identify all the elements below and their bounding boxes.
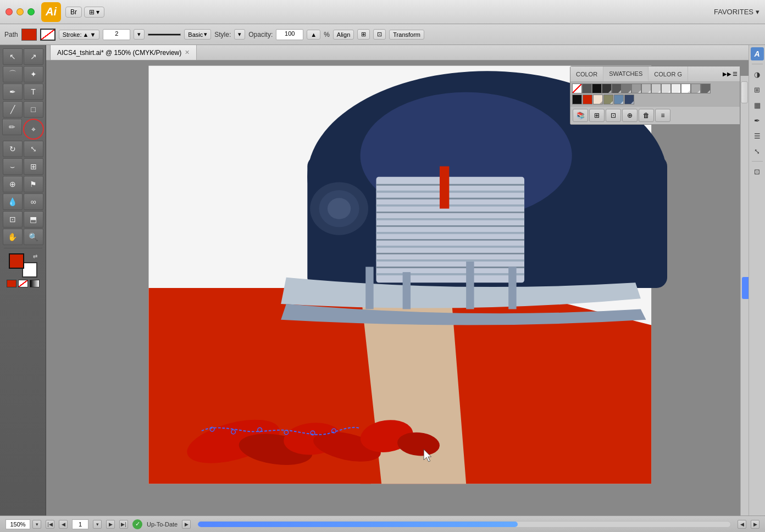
tab-close-btn[interactable]: ✕: [185, 49, 190, 56]
scroll-bar-horizontal[interactable]: [197, 521, 731, 528]
swatch-4[interactable]: [631, 84, 641, 93]
align-dist-btn[interactable]: ⊡: [373, 29, 386, 40]
close-button[interactable]: [5, 8, 13, 15]
artboard-tool-btn[interactable]: ⊡: [3, 211, 23, 228]
warp-tool-btn[interactable]: ⌣: [3, 158, 23, 175]
rs-color-wheel-btn[interactable]: ◑: [751, 68, 764, 81]
nav-next[interactable]: ▶: [106, 520, 115, 529]
rotate-tool-btn[interactable]: ↻: [3, 141, 23, 157]
more-btn[interactable]: ≡: [655, 109, 670, 122]
canvas-area[interactable]: AICS4_tshirt.ai* @ 150% (CMYK/Preview) ✕: [46, 45, 749, 516]
swatch-red[interactable]: [583, 95, 592, 104]
stroke-down-arrow[interactable]: ▼: [90, 31, 96, 38]
stroke-menu-btn[interactable]: ▾: [134, 29, 145, 40]
page-dropdown-btn[interactable]: ▾: [93, 520, 102, 529]
swatch-black[interactable]: [592, 84, 602, 93]
magic-wand-tool-btn[interactable]: ✦: [24, 66, 43, 82]
rs-layers-btn[interactable]: ⊡: [751, 165, 764, 178]
nav-next-end[interactable]: ▶|: [119, 520, 128, 529]
opacity-up-btn[interactable]: ▲: [307, 30, 320, 40]
bridge-button[interactable]: Br: [65, 7, 82, 18]
transform-btn[interactable]: Transform: [389, 30, 424, 40]
minimize-button[interactable]: [16, 8, 24, 15]
text-tool-btn[interactable]: T: [24, 84, 43, 100]
color-tab[interactable]: COLOR: [570, 66, 603, 81]
background-color-box[interactable]: [22, 262, 37, 278]
rs-transform-btn[interactable]: ⤡: [751, 145, 764, 158]
swatch-peach[interactable]: [593, 95, 603, 104]
solid-color-icon[interactable]: [7, 280, 16, 287]
stroke-up-arrow[interactable]: ▲: [83, 31, 89, 38]
rs-stroke-btn[interactable]: ✒: [751, 114, 764, 127]
rs-align-btn[interactable]: ☰: [751, 129, 764, 142]
swatch-9[interactable]: [691, 84, 701, 93]
swatch-6[interactable]: [651, 84, 661, 93]
none-color-icon[interactable]: [18, 280, 28, 287]
align-icon-btn[interactable]: ⊞: [357, 29, 370, 40]
swatch-5[interactable]: [641, 84, 651, 93]
basic-btn[interactable]: Basic ▾: [184, 29, 211, 40]
swatches-tab[interactable]: SWATCHES: [603, 66, 648, 81]
swatch-darkblue[interactable]: [624, 95, 634, 104]
scroll-left-btn[interactable]: ◀: [738, 520, 746, 529]
scrollbar-thumb[interactable]: [741, 81, 748, 103]
align-btn[interactable]: Align: [333, 30, 354, 40]
opacity-input[interactable]: 100: [276, 29, 303, 40]
swatch-2[interactable]: [612, 84, 622, 93]
foreground-color-box[interactable]: [9, 253, 24, 269]
direct-select-tool-btn[interactable]: ↗: [24, 48, 43, 65]
swatch-none[interactable]: [572, 84, 582, 93]
zoom-input[interactable]: [5, 519, 30, 529]
page-number-input[interactable]: [72, 519, 88, 529]
panel-expand-icon[interactable]: ▶▶: [723, 71, 731, 77]
scale-tool-btn[interactable]: ⤡: [24, 141, 43, 157]
zoom-tool-btn[interactable]: 🔍: [24, 229, 43, 245]
swatch-steel[interactable]: [614, 95, 624, 104]
line-tool-btn[interactable]: ╱: [3, 101, 23, 118]
pencil-tool-btn[interactable]: ✏: [2, 119, 22, 135]
swatch-registration[interactable]: [582, 84, 592, 93]
stroke-value-input[interactable]: 2: [103, 29, 130, 40]
panel-menu-icon[interactable]: ☰: [733, 71, 738, 77]
swatch-8[interactable]: [671, 84, 681, 93]
scroll-right-btn[interactable]: ▶: [751, 520, 760, 529]
style-dropdown-btn[interactable]: ▾: [234, 29, 245, 40]
swatch-7[interactable]: [661, 84, 671, 93]
swatch-olive[interactable]: [603, 95, 613, 104]
swatch-3[interactable]: [622, 84, 631, 93]
canvas-content[interactable]: COLOR SWATCHES COLOR G ▶▶ ☰: [46, 60, 749, 516]
new-swatch-btn[interactable]: ⊞: [589, 109, 605, 122]
live-paint-tool-btn[interactable]: ⚑: [24, 176, 43, 192]
rs-ai-btn[interactable]: A: [751, 47, 764, 60]
pen-tool-btn[interactable]: ✒: [3, 84, 23, 100]
free-transform-tool-btn[interactable]: ⊞: [24, 158, 43, 175]
swatch-10[interactable]: [701, 84, 711, 93]
gradient-color-icon[interactable]: [30, 280, 40, 287]
maximize-button[interactable]: [27, 8, 35, 15]
swatch-menu-btn[interactable]: ⊡: [606, 109, 621, 122]
swatch-c1[interactable]: [572, 95, 582, 104]
rect-tool-btn[interactable]: □: [24, 101, 43, 118]
document-tab[interactable]: AICS4_tshirt.ai* @ 150% (CMYK/Preview) ✕: [51, 45, 197, 60]
zoom-dropdown-btn[interactable]: ▾: [32, 520, 41, 529]
rs-grid-btn[interactable]: ⊞: [751, 83, 764, 96]
swap-colors-icon[interactable]: ⇄: [33, 253, 37, 259]
hand-tool-btn[interactable]: ✋: [3, 229, 23, 245]
duplicate-swatch-btn[interactable]: ⊕: [622, 109, 637, 122]
stroke-dropdown-btn[interactable]: Stroke: ▲ ▼: [59, 30, 100, 40]
stroke-color-box[interactable]: [40, 29, 56, 41]
favorites-dropdown-icon[interactable]: ▾: [756, 8, 760, 16]
swatch-white[interactable]: [681, 84, 691, 93]
scroll-handle[interactable]: [742, 277, 749, 299]
nav-prev-start[interactable]: |◀: [46, 520, 54, 529]
shape-builder-tool-btn[interactable]: ⊕: [3, 176, 23, 192]
swatch-1[interactable]: [602, 84, 612, 93]
library-btn[interactable]: 📚: [573, 109, 588, 122]
fill-color-box[interactable]: [21, 29, 37, 41]
selection-tool-btn[interactable]: ↖: [3, 48, 23, 65]
rs-gradient-btn[interactable]: ▦: [751, 98, 764, 112]
eyedropper-tool-btn[interactable]: 💧: [3, 193, 23, 210]
status-more-btn[interactable]: ▶: [182, 520, 191, 529]
lasso-tool-btn[interactable]: ⌒: [3, 66, 23, 82]
workspace-button[interactable]: ⊞ ▾: [84, 7, 104, 18]
